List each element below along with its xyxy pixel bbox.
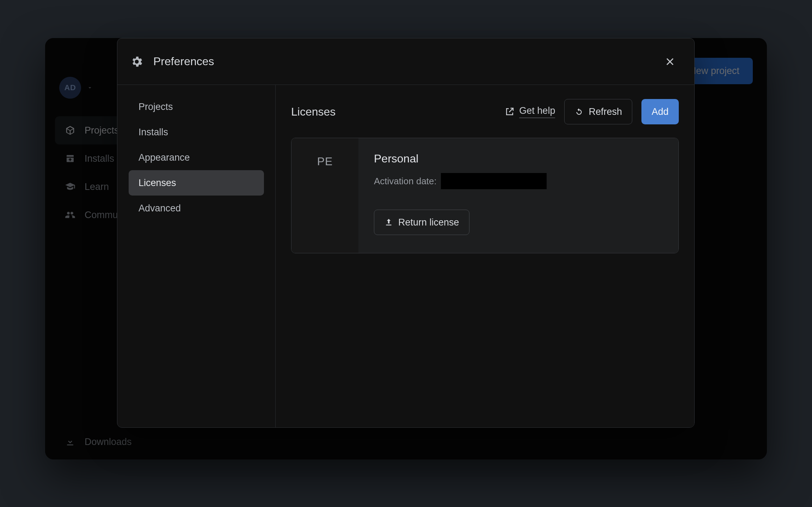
sidebar-item-label: Projects (85, 125, 119, 136)
return-license-label: Return license (398, 217, 459, 228)
refresh-label: Refresh (589, 106, 622, 117)
preferences-modal: Preferences Projects Installs Appearance… (117, 38, 695, 428)
sidebar-item-label: Installs (85, 153, 114, 164)
download-box-icon (65, 153, 75, 164)
open-external-icon (504, 106, 515, 117)
add-label: Add (652, 106, 669, 117)
license-card: PE Personal Activation date: Return lice… (291, 138, 679, 253)
gear-icon (130, 55, 143, 68)
upload-icon (384, 218, 393, 227)
pref-tab-projects[interactable]: Projects (129, 94, 264, 119)
pref-tab-appearance[interactable]: Appearance (129, 145, 264, 170)
activation-date-label: Activation date: (374, 176, 437, 187)
license-name: Personal (374, 152, 663, 165)
preferences-sidebar: Projects Installs Appearance Licenses Ad… (117, 85, 276, 427)
modal-header: Preferences (117, 38, 694, 85)
pref-tab-installs[interactable]: Installs (129, 119, 264, 145)
activation-date-value-redacted (441, 173, 547, 189)
license-badge: PE (291, 138, 358, 253)
chevron-down-icon (87, 85, 93, 91)
refresh-button[interactable]: Refresh (564, 99, 632, 124)
downloads-label: Downloads (85, 437, 132, 447)
modal-title: Preferences (153, 55, 214, 68)
people-icon (65, 210, 75, 220)
download-icon (65, 437, 75, 447)
licenses-header: Licenses Get help Refresh Add (291, 99, 679, 124)
get-help-link[interactable]: Get help (504, 105, 555, 118)
close-button[interactable] (661, 53, 679, 70)
avatar: AD (59, 77, 81, 99)
licenses-panel: Licenses Get help Refresh Add P (276, 85, 694, 427)
license-body: Personal Activation date: Return license (358, 138, 678, 253)
downloads-button[interactable]: Downloads (45, 424, 214, 459)
sidebar-item-label: Learn (85, 181, 109, 192)
get-help-label: Get help (519, 105, 555, 118)
refresh-icon (574, 107, 584, 116)
pref-tab-advanced[interactable]: Advanced (129, 196, 264, 221)
graduation-cap-icon (65, 181, 75, 192)
licenses-actions: Get help Refresh Add (504, 99, 679, 124)
cube-icon (65, 125, 75, 136)
section-title: Licenses (291, 105, 504, 118)
close-icon (665, 56, 675, 67)
return-license-button[interactable]: Return license (374, 210, 469, 235)
add-license-button[interactable]: Add (641, 99, 679, 124)
pref-tab-licenses[interactable]: Licenses (129, 170, 264, 196)
